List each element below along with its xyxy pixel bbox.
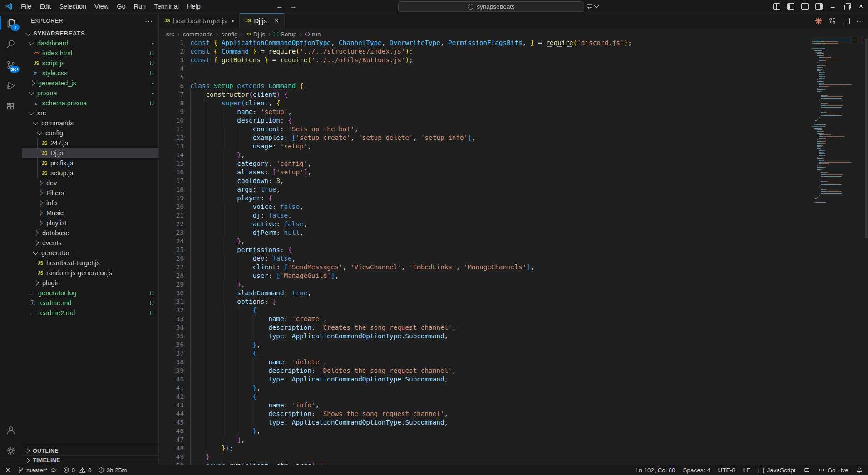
breadcrumb-item-run[interactable]: run [312, 31, 321, 38]
code-line-39[interactable]: description: 'Deletes the song request c… [190, 366, 809, 375]
tree-item-info[interactable]: info [22, 198, 158, 208]
code-line-33[interactable]: name: 'create', [190, 315, 809, 323]
code-line-6[interactable]: class Setup extends Command { [190, 82, 809, 90]
code-line-22[interactable]: active: false, [190, 220, 809, 228]
menu-go[interactable]: Go [113, 0, 129, 13]
menu-selection[interactable]: Selection [55, 0, 90, 13]
restore-button[interactable] [840, 0, 854, 13]
tree-item-style.css[interactable]: #style.cssU [22, 68, 158, 78]
tree-item-schema.prisma[interactable]: ▲schema.prismaU [22, 98, 158, 108]
encoding[interactable]: UTF-8 [718, 467, 735, 474]
tree-item-heartbeat-target.js[interactable]: JSheartbeat-target.js [22, 258, 158, 268]
code-line-26[interactable]: dev: false, [190, 254, 809, 263]
code-line-35[interactable]: type: ApplicationCommandOptionType.Subco… [190, 332, 809, 341]
code-line-7[interactable]: constructor(client) { [190, 90, 809, 99]
timer-item[interactable]: 3h 25m [98, 467, 127, 474]
code-line-23[interactable]: djPerm: null, [190, 228, 809, 237]
forward-arrow-icon[interactable]: → [290, 2, 297, 10]
code-line-40[interactable]: type: ApplicationCommandOptionType.Subco… [190, 375, 809, 384]
notifications-bell-icon[interactable] [856, 467, 863, 474]
menu-help[interactable]: Help [183, 0, 205, 13]
extension-starburst-icon[interactable] [815, 17, 822, 25]
customize-layout-button[interactable] [769, 0, 784, 13]
code-line-30[interactable]: slashCommand: true, [190, 289, 809, 297]
code-line-43[interactable]: name: 'info', [190, 401, 809, 410]
toggle-secondary-sidebar-button[interactable] [812, 0, 826, 13]
code-line-47[interactable]: ], [190, 435, 809, 444]
code-line-29[interactable]: }, [190, 280, 809, 289]
tree-item-prisma[interactable]: prisma● [22, 88, 158, 98]
code-line-1[interactable]: const { ApplicationCommandOptionType, Ch… [190, 39, 809, 47]
section-timeline[interactable]: TIMELINE [22, 455, 158, 465]
tree-item-database[interactable]: database [22, 228, 158, 238]
code-line-18[interactable]: args: true, [190, 185, 809, 194]
menu-terminal[interactable]: Terminal [150, 0, 183, 13]
language-mode[interactable]: { } JavaScript [758, 467, 796, 474]
tree-item-generator[interactable]: generator [22, 248, 158, 258]
code-line-38[interactable]: name: 'delete', [190, 358, 809, 366]
toggle-panel-button[interactable] [798, 0, 812, 13]
minimize-button[interactable]: – [826, 0, 840, 13]
run-debug-icon[interactable] [0, 75, 22, 96]
breadcrumb-item-Setup[interactable]: Setup [281, 31, 296, 38]
tree-item-Music[interactable]: Music [22, 208, 158, 218]
section-outline[interactable]: OUTLINE [22, 446, 158, 455]
remote-indicator[interactable] [5, 467, 11, 473]
code-line-20[interactable]: voice: false, [190, 203, 809, 211]
code-line-24[interactable]: }, [190, 237, 809, 246]
code-line-42[interactable]: { [190, 392, 809, 401]
open-changes-icon[interactable] [829, 17, 836, 24]
tree-item-index.html[interactable]: <>index.htmlU [22, 48, 158, 58]
code-line-19[interactable]: player: { [190, 194, 809, 203]
tab-heartbeat-target.js[interactable]: JSheartbeat-target.js● [159, 13, 240, 29]
eol-sequence[interactable]: LF [743, 467, 750, 474]
tree-item-prefix.js[interactable]: JSprefix.js [22, 158, 158, 168]
more-actions-icon[interactable]: ··· [856, 17, 864, 25]
scrollbar[interactable] [865, 39, 868, 238]
tree-item-script.js[interactable]: JSscript.jsU [22, 58, 158, 68]
cursor-position[interactable]: Ln 102, Col 60 [636, 467, 676, 474]
code-line-2[interactable]: const { Command } = require('../../struc… [190, 47, 809, 56]
code-line-41[interactable]: }, [190, 384, 809, 392]
code-line-45[interactable]: type: ApplicationCommandOptionType.Subco… [190, 418, 809, 427]
code-line-32[interactable]: { [190, 306, 809, 315]
close-icon[interactable]: × [275, 17, 279, 25]
code-line-37[interactable]: { [190, 349, 809, 358]
breadcrumb-item-src[interactable]: src [166, 31, 174, 38]
tree-item-playlist[interactable]: playlist [22, 218, 158, 228]
account-icon[interactable] [0, 420, 22, 440]
menu-view[interactable]: View [90, 0, 113, 13]
code-line-11[interactable]: content: 'Sets up the bot', [190, 125, 809, 134]
code-line-4[interactable] [190, 64, 809, 73]
code-line-10[interactable]: description: { [190, 116, 809, 125]
tree-item-readme.md[interactable]: ⓘreadme.mdU [22, 298, 158, 308]
code-line-13[interactable]: usage: 'setup', [190, 142, 809, 151]
menu-file[interactable]: File [17, 0, 35, 13]
tree-item-Filters[interactable]: Filters [22, 188, 158, 198]
code-line-34[interactable]: description: 'Creates the song request c… [190, 323, 809, 332]
code-line-5[interactable] [190, 73, 809, 82]
code-line-36[interactable]: }, [190, 341, 809, 349]
code-line-44[interactable]: description: 'Shows the song request cha… [190, 410, 809, 418]
code-line-21[interactable]: dj: false, [190, 211, 809, 220]
workspace-root-row[interactable]: SYNAPSEBEATS [22, 28, 158, 38]
code-line-49[interactable]: } [190, 453, 809, 461]
tree-item-readme2.md[interactable]: ↓readme2.mdU [22, 308, 158, 318]
tab-Dj.js[interactable]: JSDj.js× [240, 13, 285, 29]
code-line-27[interactable]: client: ['SendMessages', 'ViewChannel', … [190, 263, 809, 272]
explorer-icon[interactable]: 1 [0, 13, 22, 34]
source-control-icon[interactable]: 3K+ [0, 54, 22, 75]
breadcrumb-item-Dj.js[interactable]: Dj.js [253, 31, 265, 38]
code-line-15[interactable]: category: 'config', [190, 159, 809, 168]
split-editor-icon[interactable] [843, 18, 850, 24]
extensions-icon[interactable] [0, 96, 22, 117]
code-line-17[interactable]: cooldown: 3, [190, 177, 809, 185]
close-button[interactable]: × [854, 0, 868, 13]
command-center-search[interactable]: synapsebeats [398, 1, 584, 12]
tree-item-247.js[interactable]: JS247.js [22, 138, 158, 148]
tree-item-dev[interactable]: dev [22, 178, 158, 188]
tree-item-Dj.js[interactable]: JSDj.js [22, 148, 158, 158]
breadcrumb-item-config[interactable]: config [221, 31, 237, 38]
indentation[interactable]: Spaces: 4 [683, 467, 710, 474]
toggle-sidebar-button[interactable] [784, 0, 798, 13]
